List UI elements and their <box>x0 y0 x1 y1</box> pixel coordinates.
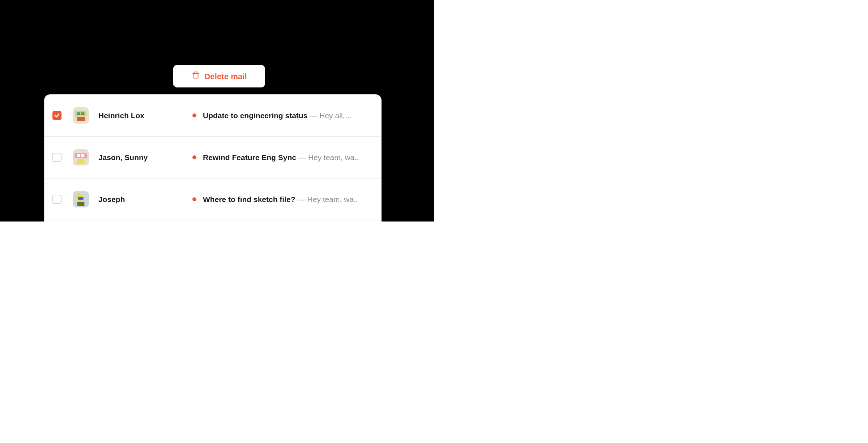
sender-name: Joseph <box>98 195 192 204</box>
svg-rect-0 <box>193 73 198 78</box>
subject-preview-separator: — <box>298 153 306 162</box>
svg-rect-3 <box>77 112 80 115</box>
preview-text: Hey team, wa.. <box>307 195 358 204</box>
mail-row[interactable] <box>44 220 381 222</box>
sender-name: Jason, Sunny <box>98 153 192 162</box>
avatar <box>73 149 89 165</box>
svg-rect-2 <box>75 111 86 116</box>
subject-preview-separator: — <box>310 111 317 120</box>
svg-rect-4 <box>81 112 84 115</box>
svg-rect-5 <box>77 117 85 121</box>
row-checkbox[interactable] <box>52 153 61 162</box>
subject-preview-separator: — <box>298 195 305 204</box>
unread-dot <box>192 155 196 159</box>
svg-rect-9 <box>81 154 84 157</box>
trash-icon <box>191 71 200 81</box>
svg-rect-8 <box>77 154 80 157</box>
mail-row[interactable]: Heinrich Lox Update to engineering statu… <box>44 95 381 137</box>
preview-text: Hey all,… <box>319 111 352 120</box>
delete-mail-label: Delete mail <box>204 72 247 81</box>
mail-list-card: Heinrich Lox Update to engineering statu… <box>44 94 382 222</box>
svg-rect-14 <box>77 202 85 206</box>
preview-text: Hey team, wa.. <box>308 153 359 162</box>
row-checkbox[interactable] <box>52 111 61 120</box>
subject: Where to find sketch file? <box>203 195 295 204</box>
mail-row[interactable]: Joseph Where to find sketch file? — Hey … <box>44 179 381 220</box>
subject: Update to engineering status <box>203 111 307 120</box>
unread-dot <box>192 113 196 117</box>
svg-rect-10 <box>77 159 85 164</box>
svg-rect-7 <box>75 153 87 158</box>
mail-row[interactable]: Jason, Sunny Rewind Feature Eng Sync — H… <box>44 137 381 179</box>
row-checkbox[interactable] <box>52 195 61 204</box>
subject: Rewind Feature Eng Sync <box>203 153 296 162</box>
delete-mail-button[interactable]: Delete mail <box>173 65 265 88</box>
avatar <box>73 107 89 124</box>
avatar <box>73 191 89 207</box>
unread-dot <box>192 197 196 201</box>
sender-name: Heinrich Lox <box>98 111 192 120</box>
svg-rect-13 <box>78 197 83 200</box>
